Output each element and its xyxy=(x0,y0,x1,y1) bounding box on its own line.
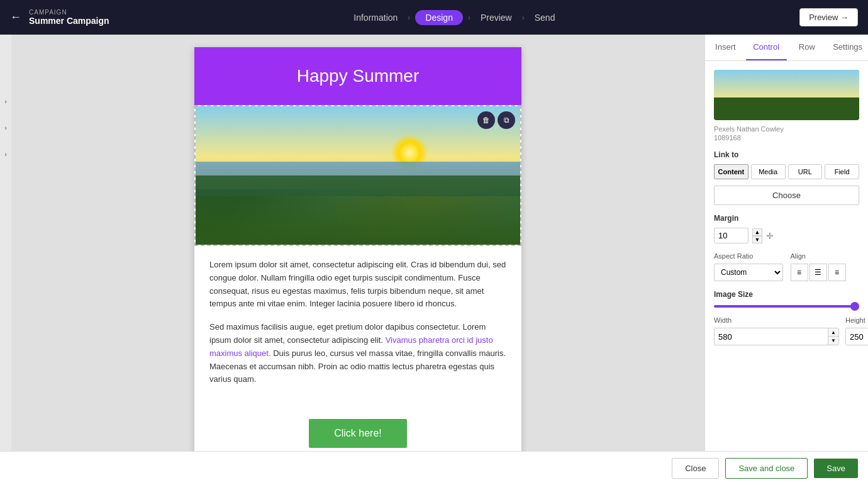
campaign-label: CAMPAIGN xyxy=(29,9,109,16)
height-col: Height ▲ ▼ xyxy=(845,316,868,345)
link-type-buttons: Content Media URL Field xyxy=(714,164,859,179)
align-right-button[interactable]: ≡ xyxy=(828,264,846,281)
width-spinners: ▲ ▼ xyxy=(828,328,838,345)
back-button[interactable]: ← xyxy=(10,11,21,24)
thumb-grass xyxy=(714,98,859,120)
email-cta: Click here! xyxy=(194,409,521,451)
margin-spin-down[interactable]: ▼ xyxy=(752,236,762,243)
height-label: Height xyxy=(845,316,868,324)
width-label: Width xyxy=(714,316,839,324)
nav-steps: Information › Design › Preview › Send xyxy=(348,10,560,25)
step-preview[interactable]: Preview xyxy=(476,10,517,25)
image-id: 1089168 xyxy=(714,134,859,142)
width-spin-up[interactable]: ▲ xyxy=(828,328,838,337)
cta-button[interactable]: Click here! xyxy=(309,419,407,448)
beach-scene xyxy=(196,106,520,245)
bottom-bar: Close Save and close Save xyxy=(0,451,868,485)
email-paragraph-2: Sed maximus facilisis augue, eget pretiu… xyxy=(209,321,506,386)
step-arrow-1: › xyxy=(408,13,410,22)
left-arrow-2[interactable]: › xyxy=(4,124,7,131)
align-col: Align ≡ ☰ ≡ xyxy=(791,252,860,281)
delete-image-button[interactable]: 🗑 xyxy=(477,111,495,129)
link-type-media[interactable]: Media xyxy=(751,164,786,179)
email-header-title: Happy Summer xyxy=(207,66,509,86)
height-input[interactable] xyxy=(846,328,868,345)
aspect-ratio-col: Aspect Ratio Custom 1:1 4:3 16:9 xyxy=(714,252,783,281)
campaign-info: CAMPAIGN Summer Campaign xyxy=(29,9,109,26)
width-height-row: Width ▲ ▼ Height ▲ xyxy=(714,316,859,345)
left-panel: › › › xyxy=(0,35,11,451)
email-image-container[interactable]: 🗑 ⧉ xyxy=(194,105,521,246)
slider-thumb[interactable] xyxy=(850,302,859,311)
step-arrow-3: › xyxy=(522,13,525,22)
panel-content: Pexels Nathan Cowley 1089168 Link to Con… xyxy=(705,61,868,451)
image-credit: Pexels Nathan Cowley xyxy=(714,125,859,133)
margin-spinners: ▲ ▼ xyxy=(752,228,762,243)
right-panel: Insert Control Row Settings Pexels Natha… xyxy=(704,35,868,451)
choose-button[interactable]: Choose xyxy=(714,186,859,205)
step-arrow-2: › xyxy=(468,13,470,22)
align-center-button[interactable]: ☰ xyxy=(810,264,827,281)
link-type-url[interactable]: URL xyxy=(788,164,823,179)
link-type-content[interactable]: Content xyxy=(714,164,748,179)
margin-spin-up[interactable]: ▲ xyxy=(752,228,762,236)
aspect-ratio-label: Aspect Ratio xyxy=(714,252,783,260)
tab-insert[interactable]: Insert xyxy=(705,35,746,60)
left-arrow-1[interactable]: › xyxy=(4,98,7,105)
save-button[interactable]: Save xyxy=(814,459,858,478)
email-image xyxy=(196,106,520,245)
margin-row: ▲ ▼ ✛ xyxy=(714,228,859,243)
preview-button[interactable]: Preview → xyxy=(799,8,858,26)
width-col: Width ▲ ▼ xyxy=(714,316,839,345)
align-label: Align xyxy=(791,252,860,260)
save-close-button[interactable]: Save and close xyxy=(725,458,808,479)
close-button[interactable]: Close xyxy=(672,458,719,479)
email-paragraph-1: Lorem ipsum dolor sit amet, consectetur … xyxy=(209,259,506,311)
tab-settings[interactable]: Settings xyxy=(827,35,868,60)
canvas-area: Happy Summer 🗑 ⧉ Lo xyxy=(11,35,704,451)
width-input[interactable] xyxy=(715,328,828,345)
link-type-field[interactable]: Field xyxy=(825,164,859,179)
aspect-ratio-select[interactable]: Custom 1:1 4:3 16:9 xyxy=(714,264,783,281)
image-actions: 🗑 ⧉ xyxy=(477,111,515,129)
height-input-wrap: ▲ ▼ xyxy=(845,328,868,345)
copy-image-button[interactable]: ⧉ xyxy=(498,111,515,129)
email-text: Lorem ipsum dolor sit amet, consectetur … xyxy=(194,246,521,409)
width-input-wrap: ▲ ▼ xyxy=(714,328,839,345)
slider-fill xyxy=(714,305,852,308)
tab-row[interactable]: Row xyxy=(787,35,828,60)
margin-input[interactable] xyxy=(714,228,748,243)
panel-tabs: Insert Control Row Settings xyxy=(705,35,868,61)
link-to-label: Link to xyxy=(714,150,859,159)
image-size-slider[interactable] xyxy=(714,305,859,308)
email-preview: Happy Summer 🗑 ⧉ Lo xyxy=(194,47,521,451)
step-send[interactable]: Send xyxy=(530,10,560,25)
image-size-label: Image Size xyxy=(714,290,859,299)
align-left-button[interactable]: ≡ xyxy=(791,264,808,281)
move-icon: ✛ xyxy=(766,231,774,241)
margin-label: Margin xyxy=(714,214,859,223)
step-design[interactable]: Design xyxy=(415,10,463,25)
campaign-title: Summer Campaign xyxy=(29,16,109,26)
main-area: › › › Happy Summer 🗑 xyxy=(0,35,868,451)
align-buttons: ≡ ☰ ≡ xyxy=(791,264,860,281)
grass-layer xyxy=(196,176,520,245)
tab-control[interactable]: Control xyxy=(746,35,787,60)
thumb-sky xyxy=(714,70,859,100)
topbar: ← CAMPAIGN Summer Campaign Information ›… xyxy=(0,0,868,35)
width-spin-down[interactable]: ▼ xyxy=(828,337,838,345)
ratio-align-row: Aspect Ratio Custom 1:1 4:3 16:9 Align ≡… xyxy=(714,252,859,281)
left-arrow-3[interactable]: › xyxy=(4,150,7,158)
slider-track xyxy=(714,305,859,308)
email-header: Happy Summer xyxy=(194,47,521,105)
step-information[interactable]: Information xyxy=(348,10,403,25)
panel-image-thumbnail xyxy=(714,70,859,120)
